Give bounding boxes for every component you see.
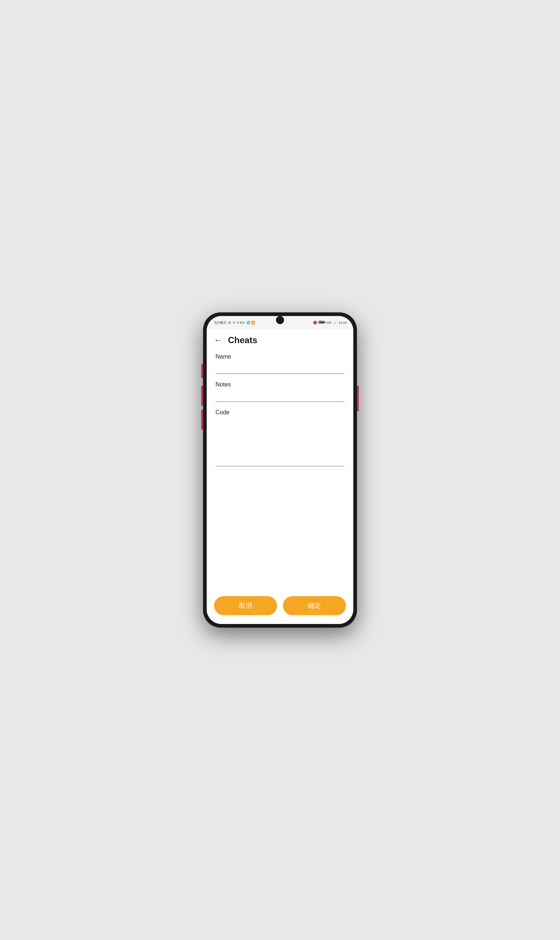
- status-bar-right: 🔕 100 ⚡ 11:10: [313, 321, 347, 325]
- power-button[interactable]: [357, 386, 359, 411]
- volume-up-button[interactable]: [201, 386, 203, 406]
- notes-label: Notes: [215, 381, 345, 388]
- app-bar: ← Cheats: [207, 329, 353, 350]
- name-label: Name: [215, 354, 345, 360]
- mute-icon: 🔕: [313, 321, 317, 325]
- volume-down-button[interactable]: [201, 409, 203, 430]
- app-content: ← Cheats Name Notes Code: [207, 329, 353, 624]
- code-field-group: Code: [215, 409, 345, 468]
- notes-field-group: Notes: [215, 381, 345, 402]
- cancel-button[interactable]: 取消: [214, 596, 277, 615]
- battery-indicator: [318, 321, 325, 325]
- back-button[interactable]: ←: [214, 336, 222, 344]
- phone-frame: 飞行模式 令 ✈ 0 K/s 🌐 📶 🔕 100 ⚡ 11:10 ← Ch: [203, 312, 357, 628]
- notes-input[interactable]: [215, 391, 345, 402]
- flight-mode-text: 飞行模式: [213, 320, 226, 325]
- charging-icon: ⚡: [333, 321, 337, 325]
- code-input[interactable]: [215, 418, 345, 466]
- code-label: Code: [215, 409, 345, 416]
- form-container: Name Notes Code: [207, 350, 353, 589]
- sim-icons: 🌐 📶: [246, 321, 255, 325]
- bottom-buttons: 取消 确定: [207, 589, 353, 624]
- network-speed: 0 K/s: [237, 321, 245, 325]
- airplane-icon: ✈: [233, 321, 235, 325]
- status-bar: 飞行模式 令 ✈ 0 K/s 🌐 📶 🔕 100 ⚡ 11:10: [207, 316, 353, 329]
- name-field-group: Name: [215, 354, 345, 374]
- name-input[interactable]: [215, 363, 345, 374]
- wifi-icon: 令: [228, 320, 231, 325]
- confirm-button[interactable]: 确定: [283, 596, 346, 615]
- battery-text: 100: [326, 321, 331, 325]
- status-bar-left: 飞行模式 令 ✈ 0 K/s 🌐 📶: [213, 320, 255, 325]
- time-display: 11:10: [338, 321, 347, 325]
- page-title: Cheats: [228, 335, 257, 345]
- camera-notch: [276, 316, 284, 324]
- phone-screen: 飞行模式 令 ✈ 0 K/s 🌐 📶 🔕 100 ⚡ 11:10 ← Ch: [207, 316, 353, 624]
